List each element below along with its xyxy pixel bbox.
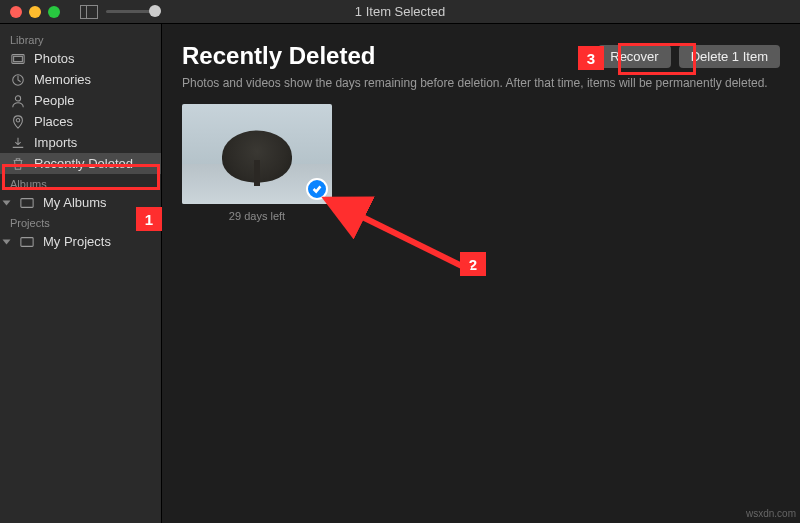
delete-button[interactable]: Delete 1 Item [679, 45, 780, 68]
people-icon [10, 94, 26, 108]
project-icon [19, 235, 35, 249]
watermark: wsxdn.com [746, 508, 796, 519]
sidebar-item-my-projects[interactable]: My Projects [0, 231, 161, 252]
photo-image [182, 104, 332, 204]
disclosure-triangle-icon[interactable] [3, 239, 11, 244]
window-title: 1 Item Selected [355, 4, 445, 19]
sidebar-item-label: Photos [34, 51, 74, 66]
thumbnail-size-slider[interactable] [106, 10, 161, 13]
recover-button[interactable]: Recover [598, 45, 670, 68]
svg-rect-1 [14, 56, 23, 61]
sidebar-section-projects-label: Projects [0, 213, 161, 231]
svg-rect-6 [21, 237, 33, 246]
fullscreen-window-button[interactable] [48, 6, 60, 18]
content-area: Recently Deleted Recover Delete 1 Item P… [162, 24, 800, 523]
sidebar-toggle-icon[interactable] [80, 5, 98, 19]
sidebar-item-places[interactable]: Places [0, 111, 161, 132]
sidebar-item-recently-deleted[interactable]: Recently Deleted [0, 153, 161, 174]
close-window-button[interactable] [10, 6, 22, 18]
traffic-lights [10, 6, 60, 18]
disclosure-triangle-icon[interactable] [3, 200, 11, 205]
photos-icon [10, 52, 26, 66]
sidebar-item-imports[interactable]: Imports [0, 132, 161, 153]
svg-point-3 [15, 95, 20, 100]
sidebar-item-label: Recently Deleted [34, 156, 133, 171]
sidebar-item-label: Memories [34, 72, 91, 87]
svg-rect-5 [21, 198, 33, 207]
selected-checkmark-icon [306, 178, 328, 200]
sidebar-section-albums-label: Albums [0, 174, 161, 192]
minimize-window-button[interactable] [29, 6, 41, 18]
sidebar-item-memories[interactable]: Memories [0, 69, 161, 90]
page-title: Recently Deleted [182, 42, 375, 70]
sidebar-item-people[interactable]: People [0, 90, 161, 111]
album-icon [19, 196, 35, 210]
svg-point-4 [16, 118, 20, 122]
sidebar-item-label: My Albums [43, 195, 107, 210]
places-icon [10, 115, 26, 129]
sidebar-item-photos[interactable]: Photos [0, 48, 161, 69]
sidebar-item-label: Places [34, 114, 73, 129]
memories-icon [10, 73, 26, 87]
photo-caption: 29 days left [182, 210, 332, 222]
photo-grid: 29 days left [182, 104, 780, 222]
sidebar-item-label: Imports [34, 135, 77, 150]
imports-icon [10, 136, 26, 150]
trash-icon [10, 157, 26, 171]
sidebar-item-my-albums[interactable]: My Albums [0, 192, 161, 213]
page-subtitle: Photos and videos show the days remainin… [182, 76, 780, 90]
sidebar-section-library-label: Library [0, 30, 161, 48]
sidebar: Library Photos Memories People Places Im… [0, 24, 162, 523]
window-titlebar: 1 Item Selected [0, 0, 800, 24]
sidebar-item-label: My Projects [43, 234, 111, 249]
photo-thumbnail[interactable]: 29 days left [182, 104, 332, 222]
sidebar-item-label: People [34, 93, 74, 108]
